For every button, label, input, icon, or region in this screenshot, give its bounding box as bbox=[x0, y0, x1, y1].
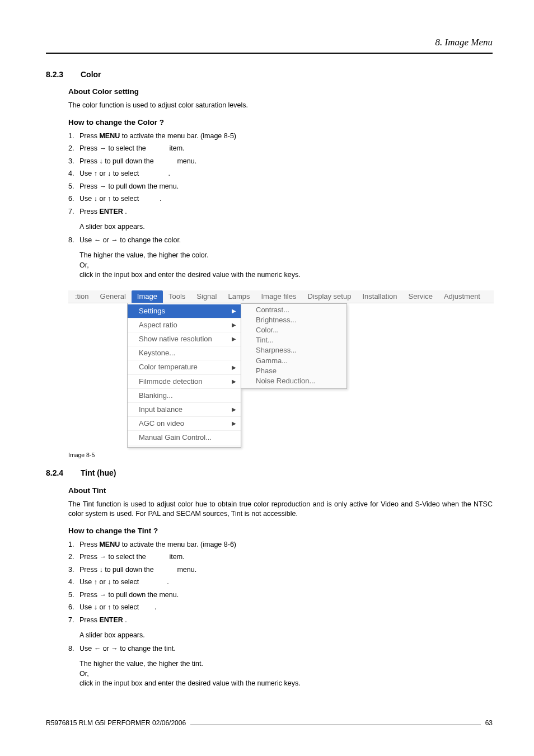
submenu-arrow-icon: ▶ bbox=[232, 420, 236, 428]
menu-item-adjustment[interactable]: Adjustment bbox=[438, 290, 486, 303]
menu-item-label: Tint... bbox=[256, 336, 274, 344]
step-item: 4.Use ↑ or ↓ to select Settings . bbox=[68, 169, 493, 179]
slider-note-2: A slider box appears. bbox=[79, 631, 493, 641]
menu-item-label: Sharpness... bbox=[256, 346, 297, 354]
step-item: 2.Press → to select the Image item. bbox=[68, 552, 493, 562]
step-text: Press ↓ to pull down the Image menu. bbox=[79, 566, 196, 574]
step-text: Use ← or → to change the color. bbox=[79, 236, 181, 244]
image-menu-filmmode-detection[interactable]: Filmmode detection▶ bbox=[128, 374, 241, 388]
color-steps-list: 1.Press MENU to activate the menu bar. (… bbox=[68, 132, 493, 217]
submenu-arrow-icon: ▶ bbox=[232, 307, 236, 315]
menu-item-label: Input balance bbox=[139, 405, 182, 415]
menu-item-lamps[interactable]: Lamps bbox=[222, 290, 255, 303]
color-step-8: 8. Use ← or → to change the color. bbox=[68, 236, 493, 246]
submenu-arrow-icon: ▶ bbox=[232, 364, 236, 372]
menu-item-label: Settings bbox=[139, 306, 165, 316]
about-tint-heading: About Tint bbox=[68, 486, 493, 496]
image-menu-show-native-resolution[interactable]: Show native resolution▶ bbox=[128, 332, 241, 346]
settings-menu-sharpness-[interactable]: Sharpness... bbox=[241, 345, 346, 355]
step-item: 6.Use ↓ or ↑ to select Tint . bbox=[68, 603, 493, 613]
menu-item-image-files[interactable]: Image files bbox=[256, 290, 302, 303]
step-text: Press ENTER . bbox=[79, 616, 127, 624]
menu-item-tools[interactable]: Tools bbox=[163, 290, 191, 303]
image-menu-color-temperature[interactable]: Color temperature▶ bbox=[128, 360, 241, 374]
step-text: Use ← or → to change the tint. bbox=[79, 645, 176, 652]
section-title: Color bbox=[81, 69, 101, 81]
settings-menu-noise-reduction-[interactable]: Noise Reduction... bbox=[241, 376, 346, 386]
menu-item-display-setup[interactable]: Display setup bbox=[302, 290, 357, 303]
submenu-arrow-icon: ▶ bbox=[232, 378, 236, 386]
image-menu-blanking-[interactable]: Blanking... bbox=[128, 388, 241, 402]
menu-item-label: Brightness... bbox=[256, 316, 296, 324]
step-text: Press → to select the Image item. bbox=[79, 144, 185, 152]
menu-item-label: Blanking... bbox=[139, 391, 173, 401]
menu-item-label: Filmmode detection bbox=[139, 377, 202, 387]
image-dropdown: Settings▶Aspect ratio▶Show native resolu… bbox=[127, 303, 241, 448]
about-color-text: The color function is used to adjust col… bbox=[68, 101, 493, 111]
section-8-2-3-heading: 8.2.3 Color bbox=[46, 69, 493, 81]
menu-screenshot: :tionGeneralImageToolsSignalLampsImage f… bbox=[68, 290, 494, 448]
settings-menu-tint-[interactable]: Tint... bbox=[241, 335, 346, 345]
slider-note-1: A slider box appears. bbox=[79, 222, 493, 232]
menu-item-label: Contrast... bbox=[256, 306, 289, 314]
menu-item-signal[interactable]: Signal bbox=[191, 290, 222, 303]
step-text: Press MENU to activate the menu bar. (im… bbox=[79, 541, 236, 548]
menu-bar: :tionGeneralImageToolsSignalLampsImage f… bbox=[68, 290, 494, 303]
howto-tint-heading: How to change the Tint ? bbox=[68, 526, 493, 537]
step-text: Use ↓ or ↑ to select Tint . bbox=[79, 603, 156, 611]
menu-item-image[interactable]: Image bbox=[132, 290, 163, 303]
menu-item-label: Color temperature bbox=[139, 362, 198, 372]
step-item: 3.Press ↓ to pull down the Image menu. bbox=[68, 157, 493, 167]
settings-menu-phase[interactable]: Phase bbox=[241, 366, 346, 376]
menu-item-label: Aspect ratio bbox=[139, 320, 177, 330]
image-caption-8-5: Image 8-5 bbox=[68, 451, 493, 459]
step-text: Press MENU to activate the menu bar. (im… bbox=[79, 132, 236, 140]
image-menu-manual-gain-control-[interactable]: Manual Gain Control... bbox=[128, 430, 241, 444]
about-color-heading: About Color setting bbox=[68, 87, 493, 97]
footer-rule bbox=[190, 725, 481, 725]
step-item: 7.Press ENTER . bbox=[68, 207, 493, 217]
step-text: Press → to pull down the menu. bbox=[79, 182, 179, 190]
tint-steps-list: 1.Press MENU to activate the menu bar. (… bbox=[68, 540, 493, 626]
settings-menu-brightness-[interactable]: Brightness... bbox=[241, 315, 346, 325]
footer-left: R5976815 RLM G5I PERFORMER 02/06/2006 bbox=[46, 719, 186, 728]
color-tail-block: The higher the value, the higher the col… bbox=[79, 251, 493, 280]
settings-menu-gamma-[interactable]: Gamma... bbox=[241, 356, 346, 366]
menu-item-label: Gamma... bbox=[256, 356, 288, 365]
step-text: Use ↓ or ↑ to select Color . bbox=[79, 195, 162, 203]
menu-item-label: Phase bbox=[256, 367, 277, 375]
step-text: Press → to pull down the menu. bbox=[79, 591, 179, 599]
section-title: Tint (hue) bbox=[81, 468, 116, 479]
step-text: Press ↓ to pull down the Image menu. bbox=[79, 157, 196, 165]
step-item: 1.Press MENU to activate the menu bar. (… bbox=[68, 540, 493, 550]
menu-item-label: Show native resolution bbox=[139, 334, 212, 344]
image-menu-input-balance[interactable]: Input balance▶ bbox=[128, 402, 241, 416]
menu-item-installation[interactable]: Installation bbox=[357, 290, 402, 303]
menu-item-label: Noise Reduction... bbox=[256, 377, 315, 385]
menu-item-label: Keystone... bbox=[139, 348, 175, 358]
image-menu-keystone-[interactable]: Keystone... bbox=[128, 346, 241, 360]
step-text: Press → to select the Image item. bbox=[79, 553, 185, 561]
chapter-header: 8. Image Menu bbox=[46, 36, 493, 54]
settings-menu-contrast-[interactable]: Contrast... bbox=[241, 305, 346, 315]
image-menu-settings[interactable]: Settings▶ bbox=[128, 304, 241, 318]
step-item: 5.Press → to pull down the menu. bbox=[68, 590, 493, 600]
step-text: Use ↑ or ↓ to select settings . bbox=[79, 578, 169, 586]
step-item: 5.Press → to pull down the menu. bbox=[68, 182, 493, 192]
settings-menu-color-[interactable]: Color... bbox=[241, 325, 346, 335]
image-menu-agc-on-video[interactable]: AGC on video▶ bbox=[128, 416, 241, 430]
menu-item-label: Color... bbox=[256, 326, 279, 334]
step-item: 3.Press ↓ to pull down the Image menu. bbox=[68, 565, 493, 575]
section-8-2-4-heading: 8.2.4 Tint (hue) bbox=[46, 468, 493, 479]
page-footer: R5976815 RLM G5I PERFORMER 02/06/2006 63 bbox=[46, 719, 493, 728]
step-text: Press ENTER . bbox=[79, 208, 127, 215]
step-item: 2.Press → to select the Image item. bbox=[68, 144, 493, 154]
menu-item--tion[interactable]: :tion bbox=[69, 290, 95, 303]
menu-item-service[interactable]: Service bbox=[403, 290, 438, 303]
submenu-arrow-icon: ▶ bbox=[232, 406, 236, 414]
step-text: Use ↑ or ↓ to select Settings . bbox=[79, 170, 170, 177]
menu-item-general[interactable]: General bbox=[95, 290, 132, 303]
image-menu-aspect-ratio[interactable]: Aspect ratio▶ bbox=[128, 318, 241, 332]
step-item: 1.Press MENU to activate the menu bar. (… bbox=[68, 132, 493, 142]
step-item: 6.Use ↓ or ↑ to select Color . bbox=[68, 194, 493, 204]
